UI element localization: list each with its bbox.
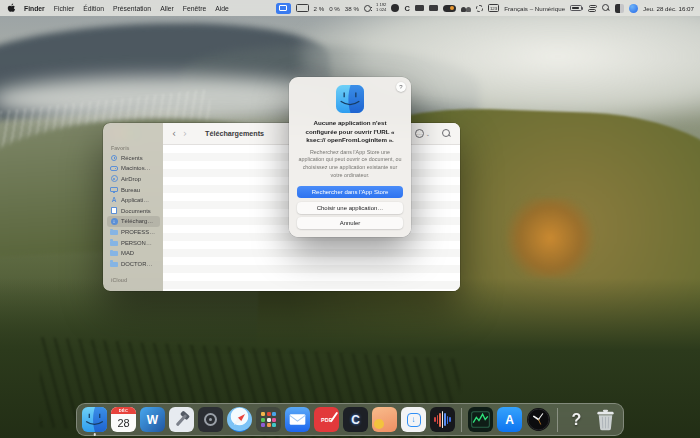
network-stat[interactable]: 1 192 1 024 [376,3,386,12]
screen-mirroring-active-icon[interactable] [276,3,291,14]
running-indicator [93,433,96,436]
sidebar-item-telechargements[interactable]: ↓Télécharg… [107,216,160,227]
document-icon [110,207,118,214]
download-icon: ↓ [110,218,118,225]
yellow-badge [374,419,384,429]
sidebar-item-doctor[interactable]: DOCTOR… [107,258,160,269]
control-center-icon[interactable] [587,4,597,12]
menu-extra-icon[interactable] [429,5,438,12]
apple-logo-icon[interactable] [7,3,16,13]
sidebar-item-label: PROFESS… [121,229,155,235]
dock-dial-utility-icon[interactable] [198,407,223,432]
timer-icon[interactable] [476,5,483,12]
sidebar-item-documents[interactable]: Documents [107,205,160,216]
folder-icon [110,261,118,267]
sidebar-item-label: PERSON… [121,240,152,246]
cpu-stat[interactable]: 2 % [314,5,325,12]
dock-xcode-icon[interactable] [169,407,194,432]
sidebar-item-label: Macintos… [121,165,150,171]
choose-application-button[interactable]: Choisir une application… [297,202,403,214]
dock-missing-app-icon[interactable]: ? [564,407,589,432]
back-button[interactable]: ‹ [172,129,176,139]
sidebar-item-label: Documents [121,208,151,214]
display-split-icon[interactable] [615,4,624,13]
dock-safari-icon[interactable] [227,407,252,432]
dock-clock-icon[interactable] [526,407,551,432]
dock-audio-app-icon[interactable] [430,407,455,432]
app-menus: Finder Fichier Édition Présentation Alle… [7,3,229,13]
menu-finder[interactable]: Finder [24,5,45,12]
calendar-day: 28 [117,414,129,432]
dock-app-store-icon[interactable]: A [497,407,522,432]
menu-presentation[interactable]: Présentation [113,5,151,12]
dock-pdf-icon[interactable]: PDF [314,407,339,432]
clock-label[interactable]: Jeu. 28 déc. 16:07 [643,5,694,12]
battery-icon[interactable] [570,5,582,11]
menu-aller[interactable]: Aller [160,5,174,12]
wallpaper-layer [500,198,600,278]
dialog-buttons: Rechercher dans l'App Store Choisir une … [297,186,403,229]
dock-trash-icon[interactable] [593,407,618,432]
sidebar-item-macintosh[interactable]: Macintos… [107,163,160,174]
dialog-title: Aucune application n'est configurée pour… [297,119,403,145]
search-app-store-button[interactable]: Rechercher dans l'App Store [297,186,403,198]
sidebar-item-recents[interactable]: Récents [107,153,160,164]
dock-word-icon[interactable]: W [140,407,165,432]
dock-craft-icon[interactable]: C [343,407,368,432]
gpu-stat[interactable]: 0 % [329,5,340,12]
sidebar-item-person[interactable]: PERSON… [107,237,160,248]
word-letter: W [147,413,158,427]
c-app-icon[interactable]: C [404,4,409,13]
siri-icon[interactable] [629,4,638,13]
ellipsis-icon: ⋯ [415,129,424,138]
dock-divider [461,408,462,432]
craft-letter: C [351,413,360,427]
sidebar-item-profess[interactable]: PROFESS… [107,227,160,238]
dock-calendar-icon[interactable]: DÉC 28 [111,407,136,432]
dock-launchpad-icon[interactable] [256,407,281,432]
dock-divider [557,408,558,432]
input-123-badge[interactable]: 123 [488,4,499,12]
desktop-icon [110,187,118,192]
sidebar-item-label: Bureau [121,187,140,193]
sidebar-section-icloud: iCloud [111,277,163,283]
dock-finder-icon[interactable] [82,407,107,432]
sidebar-item-airdrop[interactable]: AirDrop [107,174,160,185]
folder-icon [110,240,118,246]
menu-bar: Finder Fichier Édition Présentation Alle… [0,0,700,16]
dock: DÉC 28 W PDF C ↓ [76,403,624,436]
input-source-label[interactable]: Français – Numérique [504,5,565,12]
sidebar-item-bureau[interactable]: Bureau [107,184,160,195]
dark-app-icon[interactable] [391,4,399,12]
finder-sidebar: Favoris Récents Macintos… AirDrop Bureau… [103,123,163,291]
menu-edition[interactable]: Édition [83,5,104,12]
menu-fenetre[interactable]: Fenêtre [183,5,206,12]
spotlight-icon[interactable] [602,4,610,12]
sidebar-item-mad[interactable]: MAD [107,248,160,259]
menu-extra-icon[interactable] [415,5,424,12]
dock-mail-icon[interactable] [285,407,310,432]
question-mark: ? [572,411,582,429]
sidebar-item-label: DOCTOR… [121,261,152,267]
menu-aide[interactable]: Aide [215,5,229,12]
menu-fichier[interactable]: Fichier [54,5,74,12]
memory-stat[interactable]: 38 % [345,5,359,12]
open-url-dialog: ? Aucune application n'est configurée po… [289,77,411,237]
search-icon[interactable] [442,129,451,138]
more-options-button[interactable]: ⋯ ⌄ [415,129,430,138]
users-icon[interactable] [461,4,471,12]
battery-pill-icon[interactable] [443,5,456,12]
dock-download-manager-icon[interactable]: ↓ [401,407,426,432]
dock-system-monitor-icon[interactable] [468,407,493,432]
keyboard-icon[interactable] [296,4,309,12]
disk-activity-icon[interactable] [364,5,371,12]
help-button[interactable]: ? [396,82,406,92]
forward-button[interactable]: › [183,129,187,139]
chevron-down-icon: ⌄ [426,131,430,137]
sidebar-item-applications[interactable]: AApplicati… [107,195,160,206]
cancel-button[interactable]: Annuler [297,217,403,229]
network-down: 1 024 [376,8,386,13]
calendar-month: DÉC [111,407,136,414]
sidebar-item-label: MAD [121,250,134,256]
dock-peach-app-icon[interactable] [372,407,397,432]
